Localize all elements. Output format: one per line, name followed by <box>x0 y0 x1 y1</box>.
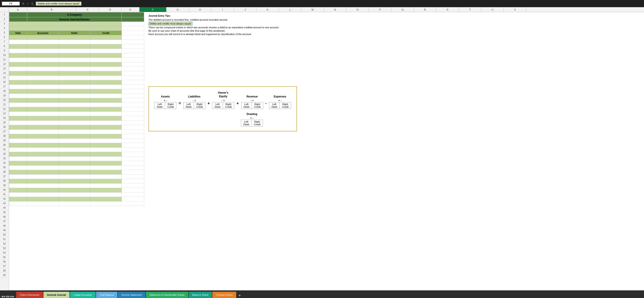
empty-grid-right <box>148 57 644 282</box>
tab-trial-balance[interactable]: Trial Balance <box>96 292 118 298</box>
tab-stockholder-equity[interactable]: Statement of Stockholder Equity <box>146 292 188 298</box>
tip-line-4: Be sure to use your chart of accounts (t… <box>148 29 279 32</box>
table-row[interactable] <box>9 152 144 156</box>
col-I[interactable]: I <box>212 7 234 12</box>
table-row: General Journal Entries <box>9 17 144 22</box>
tip-line-2-selected[interactable]: Debits and credits must always equal! <box>148 22 192 25</box>
table-row[interactable] <box>9 165 144 170</box>
accounts-header: Accounts <box>27 31 59 35</box>
col-N[interactable]: N <box>324 7 346 12</box>
table-row[interactable] <box>9 197 144 201</box>
tab-chart-of-accounts[interactable]: Chart of Accounts <box>16 292 43 298</box>
journal-title: General Journal Entries <box>27 17 122 22</box>
table-row[interactable] <box>9 62 144 67</box>
col-H[interactable]: H <box>189 7 212 12</box>
table-row[interactable] <box>9 156 144 161</box>
table-row[interactable] <box>9 80 144 85</box>
col-D[interactable]: D <box>99 7 122 12</box>
tab-closing-entries[interactable]: Closing Entries <box>212 292 236 298</box>
table-row[interactable] <box>9 174 144 179</box>
fx-icon: fx <box>32 1 34 5</box>
tip-line-1: The debited account is recorded first, c… <box>148 18 279 21</box>
col-K[interactable]: K <box>256 7 279 12</box>
col-S[interactable]: S <box>436 7 459 12</box>
tab-bar: ◀◀ ◀ ▶ ▶▶ Chart of Accounts General Jour… <box>0 290 644 298</box>
row-numbers: 1 2 3 4 5 6 7 8 9 10 11 12 13 14 15 16 1… <box>0 12 9 290</box>
col-J[interactable]: J <box>234 7 256 12</box>
table-row[interactable] <box>9 121 144 125</box>
tab-income-statement[interactable]: Income Statement <box>118 292 145 298</box>
tab-ledger-accounts[interactable]: Ledger Accounts <box>70 292 96 298</box>
col-T[interactable]: T <box>459 7 481 12</box>
company-title: A Company <box>27 12 122 17</box>
table-row[interactable] <box>9 98 144 103</box>
col-O[interactable]: O <box>346 7 369 12</box>
cancel-icon[interactable]: ✕ <box>22 2 24 5</box>
table-row[interactable] <box>9 107 144 112</box>
cell-reference-box[interactable]: F4 <box>2 1 20 5</box>
col-V[interactable]: V <box>504 7 526 12</box>
tab-nav-arrows[interactable]: ◀◀ ◀ ▶ ▶▶ <box>1 295 14 298</box>
table-row[interactable] <box>9 94 144 98</box>
table-row[interactable] <box>9 125 144 130</box>
debit-header: Debit <box>59 31 90 35</box>
table-row <box>9 22 144 26</box>
table-row[interactable] <box>9 130 144 134</box>
table-row[interactable] <box>9 116 144 121</box>
tab-last-icon[interactable]: ▶▶ <box>10 295 14 298</box>
table-row[interactable] <box>9 71 144 76</box>
col-B[interactable]: B <box>27 7 76 12</box>
tip-line-3: There can be compound entries in which t… <box>148 26 279 29</box>
col-F[interactable]: F <box>140 7 166 12</box>
confirm-icon[interactable]: ✓ <box>27 2 29 5</box>
add-tab-button[interactable]: + <box>237 293 243 298</box>
tab-next-icon[interactable]: ▶ <box>8 295 10 298</box>
table-row[interactable] <box>9 35 144 40</box>
table-row[interactable] <box>9 170 144 174</box>
col-C[interactable]: C <box>76 7 99 12</box>
tab-general-journal[interactable]: General Journal <box>44 292 70 298</box>
table-row[interactable] <box>9 40 144 44</box>
table-row[interactable] <box>9 76 144 80</box>
col-L[interactable]: L <box>279 7 302 12</box>
col-E[interactable]: E <box>122 7 140 12</box>
table-row <box>9 26 144 31</box>
table-row: A Company <box>9 12 144 17</box>
table-row[interactable] <box>9 188 144 192</box>
table-row[interactable] <box>9 103 144 107</box>
tab-balance-sheet[interactable]: Balance Sheet <box>189 292 212 298</box>
col-U[interactable]: U <box>481 7 504 12</box>
table-row[interactable] <box>9 201 144 206</box>
journal-table: A Company General Journal Entries <box>9 12 144 206</box>
table-row[interactable] <box>9 58 144 62</box>
tab-prev-icon[interactable]: ◀ <box>6 295 8 298</box>
table-row[interactable] <box>9 183 144 188</box>
grid-area[interactable]: A Company General Journal Entries <box>9 12 644 290</box>
table-row[interactable] <box>9 134 144 139</box>
table-row[interactable] <box>9 148 144 152</box>
table-row[interactable] <box>9 49 144 53</box>
tab-first-icon[interactable]: ◀◀ <box>1 295 5 298</box>
col-P[interactable]: P <box>369 7 392 12</box>
table-row[interactable] <box>9 44 144 49</box>
formula-bar[interactable]: Debits and credits must always equal! <box>36 1 82 5</box>
table-row[interactable] <box>9 53 144 58</box>
table-row: Date Accounts Debit Credit <box>9 31 144 35</box>
table-row[interactable] <box>9 85 144 89</box>
table-row[interactable] <box>9 192 144 197</box>
col-G[interactable]: G <box>166 7 189 12</box>
col-Q[interactable]: Q <box>392 7 414 12</box>
table-row[interactable] <box>9 143 144 148</box>
col-M[interactable]: M <box>302 7 324 12</box>
tip-line-5: Each account you will record to is alrea… <box>148 33 279 35</box>
table-row[interactable] <box>9 179 144 183</box>
table-row[interactable] <box>9 112 144 116</box>
table-row[interactable] <box>9 161 144 165</box>
table-row[interactable] <box>9 89 144 94</box>
table-row[interactable] <box>9 139 144 143</box>
table-row[interactable] <box>9 67 144 71</box>
column-headers: A B C D E F G H I J K L M N O P Q R S T … <box>0 7 644 12</box>
col-A[interactable]: A <box>9 7 27 12</box>
col-R[interactable]: R <box>414 7 436 12</box>
title-bar: F4 ✕ ✓ fx Debits and credits must always… <box>0 0 644 7</box>
